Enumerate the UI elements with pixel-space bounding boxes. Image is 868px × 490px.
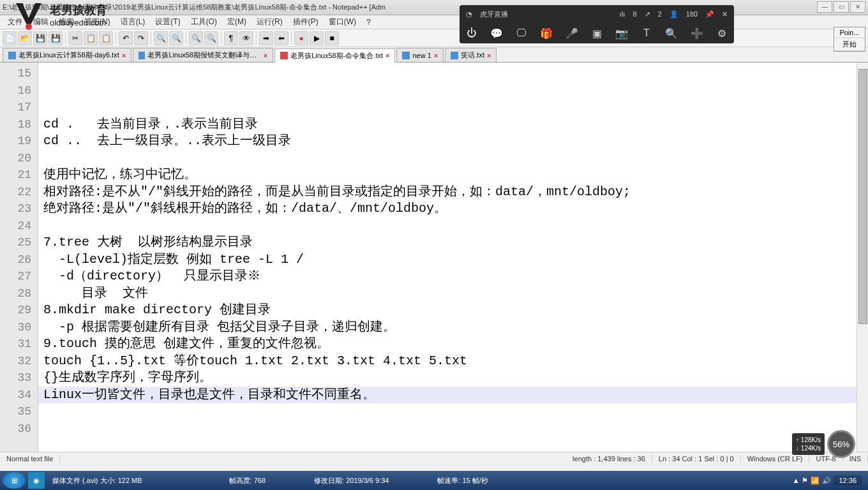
- chat-icon[interactable]: 💬: [490, 26, 503, 41]
- editor-area: 15 16 17 18 19 20 21 22 23 24 25 26 27 2…: [0, 63, 868, 452]
- zoom-in-icon[interactable]: 🔍: [189, 31, 203, 45]
- close-icon[interactable]: ×: [487, 52, 491, 59]
- hidden-icon[interactable]: 👁: [239, 31, 253, 45]
- close-icon[interactable]: ×: [122, 52, 126, 59]
- line-gutter: 15 16 17 18 19 20 21 22 23 24 25 26 27 2…: [0, 63, 38, 452]
- wrap-icon[interactable]: ¶: [224, 31, 238, 45]
- close-icon[interactable]: ×: [264, 52, 267, 59]
- saveall-icon[interactable]: 💾: [49, 31, 63, 45]
- start-button[interactable]: ⊞: [3, 472, 26, 489]
- menu-plugins[interactable]: 插件(P): [288, 17, 324, 27]
- redo-icon[interactable]: ↷: [134, 31, 148, 45]
- close-button[interactable]: ✕: [850, 1, 865, 13]
- tab-0[interactable]: 老男孩Linux云计算58期-day6.txt×: [3, 48, 131, 62]
- cut-icon[interactable]: ✂: [68, 31, 82, 45]
- save-icon[interactable]: 💾: [33, 31, 47, 45]
- mic-icon: ılı: [620, 10, 625, 18]
- people-icon: 👤: [670, 10, 678, 19]
- menu-encoding[interactable]: 语言(L): [116, 17, 151, 27]
- open-icon[interactable]: 📂: [18, 31, 32, 45]
- file-icon: [280, 52, 288, 59]
- watermark-text: 老男孩教育 oldboyedu.com: [50, 4, 107, 27]
- replace-icon[interactable]: 🔍: [169, 31, 183, 45]
- taskbar-app-icon[interactable]: ◉: [28, 472, 45, 489]
- pin-icon[interactable]: 📌: [705, 10, 714, 19]
- separator: [221, 32, 221, 45]
- app-icon: ◉: [33, 477, 40, 485]
- menu-settings[interactable]: 设置(T): [150, 17, 185, 27]
- mic-icon[interactable]: 🎤: [565, 26, 578, 41]
- watermark: 老男孩教育 oldboyedu.com: [13, 0, 107, 32]
- power-icon[interactable]: ⏻: [466, 26, 477, 41]
- zoom-out-icon[interactable]: 🔍: [204, 31, 218, 45]
- file-icon: [8, 52, 16, 59]
- capture-icon[interactable]: ▣: [591, 26, 602, 41]
- gear-icon[interactable]: ⚙: [716, 26, 728, 41]
- menu-run[interactable]: 运行(R): [251, 17, 288, 27]
- close-icon[interactable]: ✕: [722, 10, 728, 19]
- logo-icon: [13, 0, 45, 32]
- vertical-scrollbar[interactable]: [857, 63, 868, 452]
- undo-icon[interactable]: ↶: [119, 31, 133, 45]
- tab-1[interactable]: 老男孩Linux58期报错英文翻译与英文学习.×: [133, 48, 273, 62]
- tab-4[interactable]: 笑话.txt×: [445, 48, 497, 62]
- outdent-icon[interactable]: ⬅: [274, 31, 288, 45]
- tab-3[interactable]: new 1×: [396, 48, 444, 62]
- separator: [186, 32, 186, 45]
- separator: [116, 32, 116, 45]
- gift-icon[interactable]: 🎁: [540, 26, 553, 41]
- code-area[interactable]: cd . 去当前目录，.表示当前目录 cd .. 去上一级目录。..表示上一级目…: [38, 63, 857, 452]
- speed-widget: ↑ 128K/s↓ 124K/s 56%: [792, 430, 855, 458]
- text-icon[interactable]: T: [641, 26, 652, 41]
- stop-icon[interactable]: ■: [325, 31, 339, 45]
- camera-icon[interactable]: 📷: [615, 26, 628, 41]
- new-icon[interactable]: 📄: [3, 31, 17, 45]
- toolbar: 📄 📂 💾 💾 ✂ 📋 📋 ↶ ↷ 🔍 🔍 🔍 🔍 ¶ 👁 ➡ ⬅ ● ▶ ■: [0, 29, 868, 47]
- svg-point-0: [26, 24, 32, 30]
- plus-icon[interactable]: ➕: [691, 26, 703, 41]
- indent-icon[interactable]: ➡: [259, 31, 273, 45]
- side-widget[interactable]: Poin... 开始: [834, 27, 865, 52]
- separator: [65, 32, 66, 45]
- speed-circle[interactable]: 56%: [827, 430, 855, 458]
- side-label1: Poin...: [834, 27, 865, 38]
- copy-icon[interactable]: 📋: [84, 31, 98, 45]
- find-icon[interactable]: 🔍: [154, 31, 168, 45]
- record-icon[interactable]: ●: [294, 31, 308, 45]
- huya-title: 虎牙直播: [480, 10, 508, 19]
- speed-box: ↑ 128K/s↓ 124K/s: [792, 433, 825, 455]
- file-icon: [402, 52, 410, 59]
- menu-macro[interactable]: 宏(M): [222, 17, 251, 27]
- menu-bar: 文件 编辑 搜索 视图(N) 语言(L) 设置(T) 工具(O) 宏(M) 运行…: [0, 15, 868, 29]
- search-icon[interactable]: 🔍: [665, 26, 678, 41]
- maximize-button[interactable]: ▭: [834, 1, 849, 13]
- side-label2[interactable]: 开始: [834, 38, 865, 51]
- window-title: E:\老男孩58期\老男孩SVN工作目录\2019老男孩Linux云计算运维58…: [3, 3, 865, 12]
- separator: [151, 32, 151, 45]
- minimize-button[interactable]: —: [817, 1, 832, 13]
- close-icon[interactable]: ×: [434, 52, 438, 59]
- separator: [256, 32, 257, 45]
- share-icon: ↗: [645, 10, 650, 19]
- file-icon: [138, 52, 145, 59]
- title-bar: E:\老男孩58期\老男孩SVN工作目录\2019老男孩Linux云计算运维58…: [0, 0, 868, 15]
- scroll-thumb[interactable]: [858, 69, 867, 324]
- close-icon[interactable]: ×: [385, 52, 389, 59]
- tab-2-active[interactable]: 老男孩Linux58期-命令集合.txt×: [274, 48, 395, 63]
- window-controls: — ▭ ✕: [817, 1, 865, 13]
- menu-help[interactable]: ?: [361, 18, 376, 27]
- menu-tools[interactable]: 工具(O): [186, 17, 222, 27]
- paste-icon[interactable]: 📋: [99, 31, 113, 45]
- huya-logo-icon: ◔: [466, 10, 472, 19]
- monitor-icon[interactable]: 🖵: [516, 26, 527, 41]
- separator: [291, 32, 292, 45]
- menu-window[interactable]: 窗口(W): [324, 17, 361, 27]
- play-icon[interactable]: ▶: [310, 31, 324, 45]
- huya-overlay[interactable]: ◔ 虎牙直播 ılı8 ↗2 👤180 📌 ✕ ⏻ 💬 🖵 🎁 🎤 ▣ 📷 T …: [460, 5, 734, 43]
- tab-bar: 老男孩Linux云计算58期-day6.txt× 老男孩Linux58期报错英文…: [0, 47, 868, 63]
- file-icon: [451, 52, 458, 59]
